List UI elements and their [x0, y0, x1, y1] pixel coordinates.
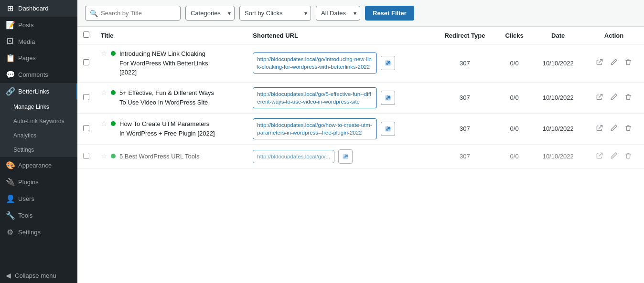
- manage-links-label: Manage Links: [13, 104, 49, 110]
- table-row: ☆ 5+ Effective, Fun & Different Ways To …: [77, 82, 644, 113]
- shortened-url-link[interactable]: http://bldocupdates.local/go/...: [253, 150, 334, 163]
- edit-icon: [610, 152, 618, 159]
- delete-icon: [624, 93, 632, 101]
- row-actions: [584, 113, 644, 144]
- sidebar-item-betterlinks[interactable]: 🔗 BetterLinks: [0, 83, 77, 100]
- collapse-icon: ◀: [6, 272, 11, 279]
- dates-select[interactable]: All Dates: [316, 6, 360, 21]
- sidebar-item-label: Plugins: [18, 178, 39, 186]
- sidebar-item-plugins[interactable]: 🔌 Plugins: [0, 174, 77, 190]
- edit-link-button[interactable]: [609, 57, 619, 69]
- collapse-menu-button[interactable]: ◀ Collapse menu: [0, 268, 77, 283]
- comments-icon: 💬: [6, 70, 14, 79]
- sidebar-item-label: Posts: [18, 21, 34, 29]
- delete-link-button[interactable]: [623, 57, 633, 69]
- row-date: 10/10/2022: [532, 82, 584, 113]
- star-icon[interactable]: ☆: [101, 152, 107, 160]
- sidebar-item-label: Pages: [18, 54, 36, 62]
- edit-icon: [610, 58, 618, 66]
- edit-link-button[interactable]: [609, 123, 619, 135]
- sidebar-item-appearance[interactable]: 🎨 Appearance: [0, 157, 77, 174]
- dashboard-icon: ⊞: [6, 4, 14, 13]
- sidebar-item-label: Comments: [18, 71, 48, 78]
- sidebar-item-posts[interactable]: 📝 Posts: [0, 17, 77, 33]
- delete-icon: [624, 124, 632, 132]
- sort-select[interactable]: Sort by Clicks: [239, 6, 311, 21]
- delete-link-button[interactable]: [623, 151, 633, 162]
- sidebar-item-media[interactable]: 🖼 Media: [0, 33, 77, 50]
- copy-link-button[interactable]: [338, 149, 353, 164]
- sidebar-item-label: Users: [18, 195, 34, 202]
- row-clicks: 0/0: [496, 144, 532, 168]
- row-redirect-type: 307: [433, 113, 496, 144]
- sidebar-item-auto-link-keywords[interactable]: Auto-Link Keywords: [0, 114, 77, 128]
- delete-link-button[interactable]: [623, 123, 633, 135]
- open-link-button[interactable]: [595, 57, 604, 69]
- open-link-button[interactable]: [595, 92, 604, 104]
- row-actions: [584, 82, 644, 113]
- open-link-button[interactable]: [595, 123, 604, 135]
- dates-select-wrapper: All Dates: [316, 6, 360, 21]
- sidebar-item-manage-links[interactable]: Manage Links: [0, 100, 77, 114]
- row-title-cell: ☆ 5 Best WordPress URL Tools: [95, 144, 247, 168]
- sub-settings-label: Settings: [13, 147, 34, 153]
- th-checkbox: [77, 27, 95, 44]
- sidebar-item-sub-settings[interactable]: Settings: [0, 143, 77, 157]
- delete-icon: [624, 58, 632, 66]
- edit-icon: [610, 93, 618, 101]
- th-action: Action: [584, 27, 644, 44]
- sidebar-item-comments[interactable]: 💬 Comments: [0, 66, 77, 83]
- status-dot: [111, 154, 116, 158]
- shortened-url-link[interactable]: http://bldocupdates.local/go/how-to-crea…: [253, 118, 377, 139]
- link-copy-icon: [342, 153, 349, 160]
- sidebar-item-label: Appearance: [18, 162, 52, 169]
- sidebar-item-pages[interactable]: 📋 Pages: [0, 50, 77, 66]
- copy-link-button[interactable]: [381, 122, 395, 136]
- sidebar-item-dashboard[interactable]: ⊞ Dashboard: [0, 0, 77, 17]
- row-checkbox-cell: [77, 144, 95, 168]
- sidebar-item-settings[interactable]: ⚙ Settings: [0, 224, 77, 241]
- edit-link-button[interactable]: [609, 151, 619, 162]
- sidebar-item-users[interactable]: 👤 Users: [0, 190, 77, 207]
- link-copy-icon: [384, 59, 392, 67]
- status-dot: [111, 90, 116, 95]
- copy-link-button[interactable]: [381, 56, 395, 70]
- sidebar-item-tools[interactable]: 🔧 Tools: [0, 207, 77, 224]
- select-all-checkbox[interactable]: [83, 31, 89, 38]
- delete-link-button[interactable]: [623, 92, 633, 104]
- edit-link-button[interactable]: [609, 92, 619, 104]
- tools-icon: 🔧: [6, 211, 14, 220]
- betterlinks-submenu: Manage Links Auto-Link Keywords Analytic…: [0, 100, 77, 157]
- row-actions: [584, 44, 644, 83]
- open-link-button[interactable]: [595, 151, 604, 162]
- row-redirect-type: 307: [433, 44, 496, 83]
- sort-select-wrapper: Sort by Clicks: [239, 6, 311, 21]
- categories-select[interactable]: Categories: [185, 6, 235, 21]
- search-input[interactable]: [85, 6, 181, 21]
- row-checkbox-cell: [77, 44, 95, 83]
- row-clicks: 0/0: [496, 82, 532, 113]
- collapse-label: Collapse menu: [15, 272, 56, 279]
- row-checkbox[interactable]: [83, 153, 89, 159]
- reset-filter-button[interactable]: Reset Filter: [365, 6, 414, 21]
- copy-link-button[interactable]: [381, 91, 395, 105]
- plugins-icon: 🔌: [6, 178, 14, 187]
- status-dot: [111, 51, 116, 56]
- row-title: 5+ Effective, Fun & Different Ways To Us…: [119, 88, 215, 107]
- row-checkbox[interactable]: [83, 125, 89, 131]
- shortened-url-link[interactable]: http://bldocupdates.local/go/5-effective…: [253, 87, 377, 108]
- star-icon[interactable]: ☆: [101, 49, 107, 58]
- row-title: 5 Best WordPress URL Tools: [119, 152, 199, 161]
- open-icon: [596, 58, 603, 66]
- shortened-url-link[interactable]: http://bldocupdates.local/go/introducing…: [253, 52, 377, 73]
- row-checkbox[interactable]: [83, 94, 89, 100]
- star-icon[interactable]: ☆: [101, 119, 107, 128]
- star-icon[interactable]: ☆: [101, 88, 107, 97]
- status-dot: [111, 121, 116, 126]
- search-wrapper: 🔍: [85, 6, 181, 21]
- filter-bar: 🔍 Categories Sort by Clicks All Dates Re…: [77, 0, 644, 27]
- sidebar-item-analytics[interactable]: Analytics: [0, 128, 77, 143]
- posts-icon: 📝: [6, 21, 14, 30]
- settings-icon: ⚙: [6, 228, 14, 237]
- row-checkbox[interactable]: [83, 59, 89, 65]
